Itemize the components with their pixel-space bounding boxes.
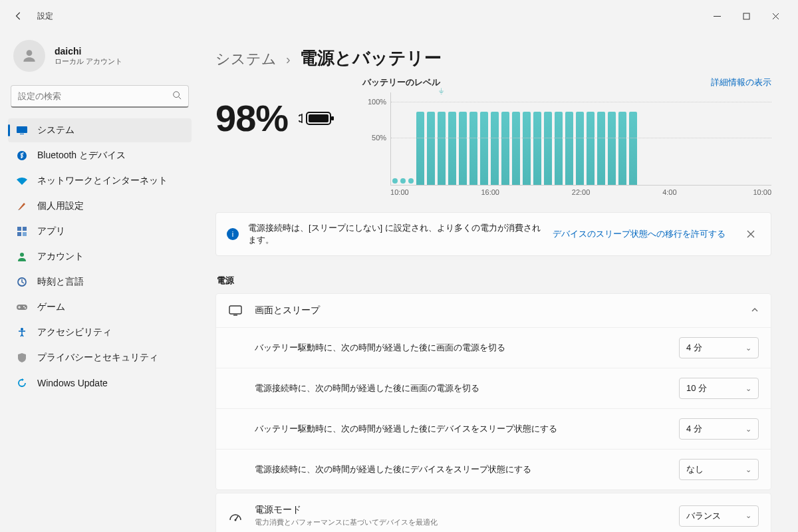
svg-rect-11: [23, 232, 27, 236]
setting-label: バッテリー駆動時に、次の時間が経過した後にデバイスをスリープ状態にする: [255, 423, 679, 435]
info-action-link[interactable]: デバイスのスリープ状態への移行を許可する: [553, 228, 726, 240]
svg-point-2: [27, 50, 33, 56]
chart-title: バッテリーのレベル: [362, 76, 440, 88]
setting-label: 電源接続時に、次の時間が経過した後に画面の電源を切る: [255, 382, 679, 394]
svg-point-12: [20, 253, 24, 257]
maximize-button[interactable]: [732, 5, 761, 27]
info-icon: i: [227, 228, 239, 240]
nav-label: 個人用設定: [37, 200, 84, 212]
access-icon: [16, 327, 28, 338]
setting-label: バッテリー駆動時に、次の時間が経過した後に画面の電源を切る: [255, 342, 679, 354]
main-content: システム › 電源とバッテリー 98%: [200, 32, 798, 532]
setting-label: 電源接続時に、次の時間が経過した後にデバイスをスリープ状態にする: [255, 464, 679, 475]
nav-item-access[interactable]: アクセシビリティ: [8, 321, 192, 344]
power-mode-title: 電源モード: [255, 504, 667, 516]
battery-percent-block: 98%: [215, 96, 336, 140]
svg-point-3: [174, 91, 180, 97]
minimize-button[interactable]: [702, 5, 732, 27]
card-screen-sleep: 画面とスリープ バッテリー駆動時に、次の時間が経過した後に画面の電源を切る 4 …: [215, 293, 771, 490]
power-mode-sub: 電力消費とパフォーマンスに基づいてデバイスを最適化: [255, 517, 667, 527]
nav-item-bluetooth[interactable]: Bluetooth とデバイス: [8, 144, 192, 168]
nav-label: ゲーム: [37, 301, 65, 313]
nav-label: システム: [37, 124, 74, 136]
section-power: 電源: [217, 275, 771, 287]
gaming-icon: [16, 301, 28, 313]
card-screen-sleep-header[interactable]: 画面とスリープ: [216, 294, 771, 327]
battery-chart: バッテリーのレベル 詳細情報の表示 100%50% ⏚ 10:0016:0022…: [362, 76, 771, 196]
nav-item-network[interactable]: ネットワークとインターネット: [8, 169, 192, 193]
nav-item-accounts[interactable]: アカウント: [8, 245, 192, 269]
sleep-setting-row: バッテリー駆動時に、次の時間が経過した後に画面の電源を切る 4 分 ⌄: [216, 327, 771, 368]
breadcrumb-current: 電源とバッテリー: [300, 47, 442, 70]
nav-label: アプリ: [37, 225, 65, 237]
svg-point-24: [235, 519, 237, 521]
nav-label: アクセシビリティ: [37, 327, 112, 338]
power-mode-dropdown[interactable]: バランス ⌄: [679, 505, 759, 527]
setting-value: 4 分: [686, 342, 702, 354]
chevron-up-icon: [751, 305, 759, 317]
chart-details-link[interactable]: 詳細情報の表示: [711, 76, 771, 88]
sleep-setting-row: 電源接続時に、次の時間が経過した後に画面の電源を切る 10 分 ⌄: [216, 368, 771, 408]
card-power-mode-header[interactable]: 電源モード 電力消費とパフォーマンスに基づいてデバイスを最適化 バランス ⌄: [216, 493, 771, 532]
nav-label: プライバシーとセキュリティ: [37, 352, 158, 364]
setting-value: 4 分: [686, 423, 702, 435]
card-screen-sleep-title: 画面とスリープ: [255, 305, 739, 317]
back-button[interactable]: [8, 5, 29, 27]
screen-icon: [228, 305, 243, 316]
breadcrumb: システム › 電源とバッテリー: [215, 47, 771, 70]
chevron-down-icon: ⌄: [745, 511, 751, 520]
info-banner: i 電源接続時は、[スリープにしない] に設定され、より多くの電力が消費されます…: [215, 212, 771, 256]
nav-label: Windows Update: [37, 378, 108, 388]
app-title: 設定: [37, 11, 53, 22]
svg-rect-5: [17, 126, 27, 133]
network-icon: [16, 175, 28, 187]
svg-rect-10: [17, 232, 21, 236]
nav: システムBluetooth とデバイスネットワークとインターネット個人用設定アプ…: [8, 118, 192, 395]
avatar: [13, 40, 45, 72]
nav-item-system[interactable]: システム: [8, 118, 192, 142]
battery-charging-icon: [297, 108, 336, 128]
svg-rect-1: [743, 13, 749, 19]
apps-icon: [16, 225, 28, 237]
nav-label: Bluetooth とデバイス: [37, 150, 126, 162]
system-icon: [16, 124, 28, 136]
chevron-right-icon: ›: [286, 52, 291, 67]
user-block[interactable]: daichi ローカル アカウント: [8, 32, 192, 82]
chevron-down-icon: ⌄: [745, 466, 751, 474]
nav-item-apps[interactable]: アプリ: [8, 219, 192, 243]
power-mode-value: バランス: [686, 510, 721, 522]
nav-item-gaming[interactable]: ゲーム: [8, 295, 192, 319]
nav-item-personal[interactable]: 個人用設定: [8, 194, 192, 218]
chevron-down-icon: ⌄: [745, 344, 751, 352]
svg-line-4: [179, 96, 182, 99]
svg-rect-20: [331, 116, 334, 120]
user-name: daichi: [55, 46, 122, 57]
setting-dropdown[interactable]: 4 分 ⌄: [679, 418, 759, 440]
nav-item-update[interactable]: Windows Update: [8, 371, 192, 395]
close-button[interactable]: [761, 5, 790, 27]
search-input[interactable]: [11, 85, 189, 108]
setting-value: 10 分: [686, 382, 707, 394]
svg-point-16: [25, 307, 26, 309]
bluetooth-icon: [16, 150, 28, 162]
nav-item-time[interactable]: 時刻と言語: [8, 270, 192, 294]
svg-rect-21: [229, 306, 241, 314]
setting-dropdown[interactable]: 4 分 ⌄: [679, 337, 759, 358]
info-close-button[interactable]: [741, 225, 760, 243]
setting-value: なし: [686, 464, 704, 475]
info-text: 電源接続時は、[スリープにしない] に設定され、より多くの電力が消費されます。: [248, 222, 543, 246]
svg-rect-9: [23, 227, 27, 231]
svg-point-15: [23, 306, 25, 307]
search-field[interactable]: [18, 91, 172, 101]
time-icon: [16, 276, 28, 288]
setting-dropdown[interactable]: 10 分 ⌄: [679, 378, 759, 399]
nav-label: アカウント: [37, 251, 84, 263]
nav-item-privacy[interactable]: プライバシーとセキュリティ: [8, 346, 192, 370]
setting-dropdown[interactable]: なし ⌄: [679, 459, 759, 480]
gauge-icon: [228, 511, 243, 521]
svg-rect-8: [17, 227, 21, 231]
svg-rect-6: [20, 134, 24, 134]
chevron-down-icon: ⌄: [745, 425, 751, 434]
breadcrumb-parent[interactable]: システム: [215, 49, 277, 69]
update-icon: [16, 377, 28, 389]
